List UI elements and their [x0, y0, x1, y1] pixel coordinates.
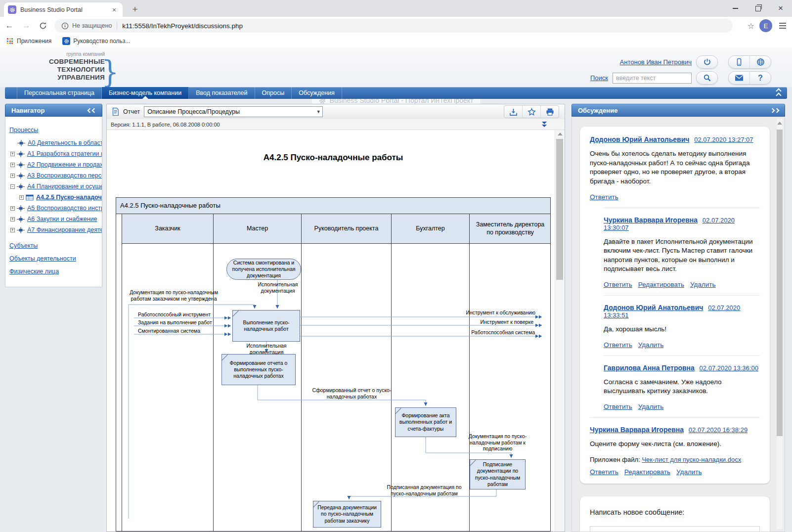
- message-author-link[interactable]: Чуркина Варвара Игоревна: [604, 216, 698, 224]
- address-bar[interactable]: Не защищено k11:5558/InTekhProyekt/discu…: [54, 19, 733, 33]
- discussion-scrollbar[interactable]: [777, 119, 783, 529]
- search-input[interactable]: [613, 73, 692, 84]
- tree-item-a7[interactable]: A7 Финансирование деятельно: [9, 224, 102, 235]
- delete-link[interactable]: Удалить: [638, 403, 664, 410]
- expand-icon[interactable]: [10, 217, 15, 222]
- attachment-link[interactable]: Чек-лист для пуско-наладки.docx: [642, 456, 741, 463]
- discussion-collapse-button[interactable]: [771, 109, 779, 112]
- edit-link[interactable]: Редактировать: [638, 281, 684, 288]
- new-tab-button[interactable]: [129, 3, 141, 16]
- tree-link[interactable]: Субъекты: [9, 242, 38, 249]
- tree-link[interactable]: A6 Закупки и снабжение: [27, 216, 97, 222]
- message-author-link[interactable]: Додонов Юрий Анатольевич: [604, 304, 703, 311]
- tree-item-a1[interactable]: A1 Разработка стратегии и разв: [9, 148, 102, 159]
- back-button[interactable]: ←: [2, 18, 17, 33]
- tree-item-a6[interactable]: A6 Закупки и снабжение: [9, 214, 102, 224]
- expand-icon[interactable]: [10, 163, 15, 167]
- navbar-collapse-button[interactable]: [770, 87, 787, 99]
- scrollbar-thumb[interactable]: [777, 130, 783, 436]
- bookmark-item[interactable]: Руководство польз...: [62, 37, 130, 45]
- bookmark-apps-label[interactable]: Приложения: [17, 38, 51, 44]
- reply-link[interactable]: Ответить: [590, 193, 618, 201]
- message-author-link[interactable]: Гаврилова Анна Петровна: [604, 364, 695, 372]
- window-restore-button[interactable]: [747, 0, 769, 17]
- tree-item-processes[interactable]: Процессы: [9, 125, 102, 135]
- tree-link[interactable]: A5 Воспроизводство инструмен: [27, 205, 102, 212]
- messages-button[interactable]: [729, 72, 749, 84]
- tree-link[interactable]: A2 Продвижение и продажи: [27, 161, 102, 168]
- tree-item-a425-selected[interactable]: A4.2.5 Пуско-наладочные: [9, 192, 102, 203]
- expand-icon[interactable]: [10, 206, 15, 211]
- tab-indicators[interactable]: Ввод показателей: [189, 87, 255, 99]
- expand-icon[interactable]: [10, 228, 15, 232]
- help-button[interactable]: [749, 72, 771, 84]
- language-button[interactable]: [749, 56, 771, 68]
- tree-link[interactable]: A7 Финансирование деятельно: [27, 226, 102, 233]
- reload-button[interactable]: [36, 18, 50, 33]
- logout-button[interactable]: [696, 55, 718, 69]
- tab-discussions[interactable]: Обсуждения: [292, 87, 342, 99]
- tree-item-subjects[interactable]: Субъекты: [9, 240, 102, 251]
- tree-link[interactable]: Процессы: [9, 127, 38, 133]
- user-link[interactable]: Антонов Иван Петрович: [620, 58, 692, 66]
- tree-link[interactable]: A4.2.5 Пуско-наладочные: [36, 194, 102, 201]
- tab-surveys[interactable]: Опросы: [255, 87, 292, 99]
- collapse-report-header-button[interactable]: [542, 122, 547, 127]
- expand-icon[interactable]: [10, 174, 15, 178]
- message-date-link[interactable]: 02.07.2020 16:38:29: [689, 426, 748, 434]
- scroll-up-icon[interactable]: [558, 133, 563, 135]
- search-button[interactable]: [696, 71, 718, 85]
- tree-link[interactable]: A0 Деятельность в области проект: [28, 139, 102, 146]
- tree-link[interactable]: Объекты деятельности: [9, 255, 76, 262]
- search-link[interactable]: Поиск: [590, 74, 608, 82]
- delete-link[interactable]: Удалить: [690, 281, 716, 288]
- delete-link[interactable]: Удалить: [638, 341, 664, 349]
- message-date-link[interactable]: 02.07.2020 13:36:00: [700, 364, 758, 372]
- message-author-link[interactable]: Чуркина Варвара Игоревна: [590, 426, 684, 434]
- browser-menu-icon[interactable]: [777, 21, 788, 31]
- navigator-collapse-button[interactable]: [88, 109, 96, 112]
- url-text[interactable]: k11:5558/InTekhProyekt/discussions.php: [122, 22, 243, 30]
- mobile-version-button[interactable]: [729, 56, 749, 68]
- expand-icon[interactable]: [10, 152, 15, 156]
- apps-grid-icon[interactable]: [7, 38, 13, 44]
- reply-link[interactable]: Ответить: [590, 468, 618, 476]
- tree-item-a5[interactable]: A5 Воспроизводство инструмен: [9, 203, 102, 214]
- report-select[interactable]: Описание Процесса/Процедуры: [144, 106, 323, 117]
- reply-link[interactable]: Ответить: [604, 281, 632, 288]
- window-minimize-button[interactable]: [724, 0, 747, 17]
- window-close-button[interactable]: [769, 0, 792, 17]
- scroll-up-icon[interactable]: [777, 122, 782, 125]
- browser-avatar[interactable]: E: [759, 19, 772, 32]
- expand-icon[interactable]: [19, 195, 24, 200]
- forward-button[interactable]: →: [19, 18, 34, 33]
- message-date-link[interactable]: 02.07.2020 13:27:07: [694, 136, 753, 143]
- tree-link[interactable]: A4 Планирование и осуществл: [27, 183, 102, 190]
- tree-item-persons[interactable]: Физические лица: [9, 266, 102, 277]
- message-author-link[interactable]: Додонов Юрий Анатольевич: [590, 135, 689, 143]
- tab-personal-page[interactable]: Персональная страница: [17, 87, 102, 99]
- tree-link[interactable]: A1 Разработка стратегии и разв: [27, 150, 102, 157]
- tree-item-a3[interactable]: A3 Воспроизводство персонала: [9, 170, 102, 181]
- tree-item-a4[interactable]: A4 Планирование и осуществл: [9, 181, 102, 192]
- info-icon[interactable]: [61, 22, 69, 30]
- print-report-button[interactable]: [540, 106, 559, 118]
- scrollbar-thumb[interactable]: [556, 139, 563, 280]
- tree-item-objects[interactable]: Объекты деятельности: [9, 253, 102, 264]
- delete-link[interactable]: Удалить: [676, 468, 702, 476]
- browser-tab[interactable]: Business Studio Portal: [4, 2, 123, 17]
- reply-link[interactable]: Ответить: [604, 403, 632, 410]
- diagram-scrollbar[interactable]: [555, 130, 565, 532]
- tree-link[interactable]: A3 Воспроизводство персонала: [27, 172, 102, 179]
- tab-business-model[interactable]: Бизнес-модель компании: [102, 87, 189, 99]
- edit-link[interactable]: Редактировать: [624, 468, 670, 476]
- favorite-report-button[interactable]: [522, 106, 540, 118]
- tree-link[interactable]: Физические лица: [9, 268, 59, 275]
- export-report-button[interactable]: [504, 106, 522, 118]
- reply-link[interactable]: Ответить: [604, 341, 632, 349]
- tree-item-a2[interactable]: A2 Продвижение и продажи: [9, 159, 102, 170]
- tree-item-a0[interactable]: A0 Деятельность в области проект: [9, 137, 102, 148]
- bookmark-star-icon[interactable]: [748, 21, 754, 31]
- collapse-icon[interactable]: [10, 184, 15, 189]
- tab-close-icon[interactable]: [110, 5, 119, 14]
